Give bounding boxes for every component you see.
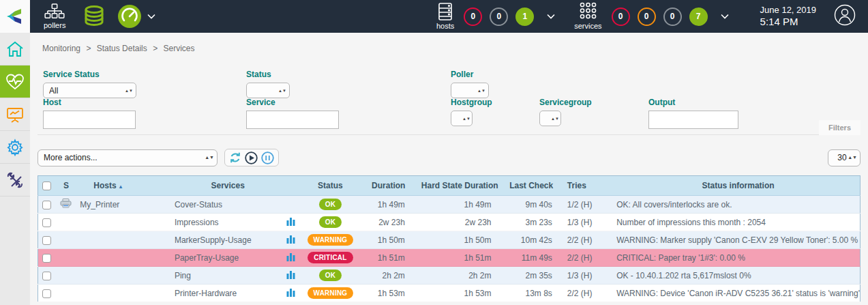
gauge-icon	[117, 4, 142, 29]
hostgroup-filter: Hostgroup ▲▼	[451, 98, 492, 126]
poller-select[interactable]	[451, 83, 489, 98]
service-status-label: Service Status	[43, 70, 136, 79]
tools-icon	[6, 171, 24, 189]
select-all-checkbox[interactable]	[42, 181, 51, 190]
refresh-button[interactable]	[229, 151, 241, 164]
graph-icon[interactable]	[286, 218, 295, 228]
status-information-cell: OK - 10.40.1.202 rta 5,617mslost 0%	[607, 267, 860, 285]
gauge-status[interactable]	[117, 4, 155, 29]
chart-board-icon	[6, 106, 24, 124]
servicegroup-select[interactable]	[539, 111, 561, 126]
last-check-cell: 11m 49s	[503, 249, 560, 267]
filters-tab[interactable]: Filters	[819, 120, 860, 135]
tries-cell: 1/2 (H)	[560, 196, 607, 214]
service-status-select[interactable]: All	[43, 83, 136, 98]
services-pending-badge[interactable]: 0	[663, 8, 682, 26]
current-time: 5:14 PM	[760, 16, 816, 29]
column-header-hosts[interactable]: Hosts▴	[77, 176, 169, 196]
hosts-up-badge[interactable]: 1	[515, 8, 534, 26]
host-name-link[interactable]: My_Printer	[80, 200, 119, 209]
services-warning-badge[interactable]: 0	[638, 8, 656, 26]
breadcrumb-separator: >	[86, 44, 91, 53]
column-header-s[interactable]: S	[55, 176, 78, 196]
breadcrumb-status-details[interactable]: Status Details	[97, 44, 147, 53]
gear-icon	[6, 139, 24, 156]
pollers-menu[interactable]: pollers	[44, 3, 65, 29]
row-checkbox[interactable]	[42, 254, 51, 263]
hard-state-duration-cell: 1h 50m	[417, 231, 503, 249]
row-checkbox[interactable]	[42, 201, 51, 209]
breadcrumb-monitoring[interactable]: Monitoring	[42, 44, 80, 53]
column-header-status-information[interactable]: Status information	[607, 176, 860, 196]
table-row[interactable]: Impressions OK 2w 23h 2w 23h 3m 23s 1/3 …	[38, 214, 860, 231]
hosts-chevron-down-icon[interactable]	[547, 14, 555, 19]
heart-pulse-icon	[5, 73, 25, 91]
graph-icon[interactable]	[286, 272, 295, 281]
breadcrumb-services: Services	[163, 44, 194, 53]
column-header-last-check[interactable]: Last Check	[503, 176, 560, 196]
service-name-link[interactable]: Ping	[175, 271, 191, 280]
service-name-link[interactable]: Cover-Status	[175, 200, 222, 209]
refresh-icon	[229, 151, 241, 164]
pause-button[interactable]	[261, 151, 274, 164]
poller-filter: Poller ▲▼	[451, 70, 489, 98]
user-profile-button[interactable]	[834, 4, 856, 29]
page-size-select[interactable]: 30	[828, 149, 860, 166]
column-header-services[interactable]: Services	[169, 176, 282, 196]
host-filter: Host	[43, 98, 136, 129]
hosts-menu[interactable]: hosts	[436, 3, 454, 30]
services-critical-badge[interactable]: 0	[612, 8, 630, 26]
column-header-duration[interactable]: Duration	[360, 176, 417, 196]
breadcrumb: Monitoring > Status Details > Services	[30, 33, 868, 60]
sidebar-item-monitoring[interactable]	[0, 66, 30, 98]
status-select[interactable]	[246, 83, 290, 98]
graph-icon[interactable]	[286, 254, 295, 263]
services-label: services	[574, 22, 601, 30]
sidebar-item-home[interactable]	[0, 33, 30, 66]
status-information-cell: CRITICAL: Paper tray '1#3': 0.00 %	[607, 249, 860, 267]
centreon-logo[interactable]	[0, 0, 30, 33]
services-table: S Hosts▴ Services Status Duration Hard S…	[38, 175, 860, 302]
services-menu[interactable]: services	[574, 2, 601, 30]
status-badge: OK	[319, 216, 342, 228]
sidebar-item-configuration[interactable]	[0, 131, 30, 164]
table-row[interactable]: PaperTray-Usage CRITICAL 1h 51m 1h 51m 1…	[38, 249, 860, 267]
row-checkbox[interactable]	[42, 236, 51, 245]
hostgroup-select[interactable]	[451, 111, 473, 126]
output-input[interactable]	[648, 111, 738, 129]
column-header-graph	[281, 176, 301, 196]
service-name-link[interactable]: MarkerSupply-Usage	[175, 235, 252, 245]
poller-label: Poller	[451, 70, 489, 79]
row-checkbox[interactable]	[42, 218, 51, 227]
hosts-pending-badge[interactable]: 0	[490, 8, 508, 26]
hosts-down-badge[interactable]: 0	[464, 8, 482, 26]
row-checkbox[interactable]	[42, 272, 51, 280]
graph-icon[interactable]	[286, 289, 295, 299]
service-name-link[interactable]: PaperTray-Usage	[175, 253, 239, 263]
more-actions-select[interactable]: More actions...	[38, 149, 218, 166]
database-status[interactable]	[82, 4, 106, 29]
clock: June 12, 2019 5:14 PM	[760, 5, 816, 29]
column-header-hard-state-duration[interactable]: Hard State Duration	[417, 176, 503, 196]
table-row[interactable]: Ping OK 2h 2m 2h 2m 2m 35s 1/3 (H) OK - …	[38, 267, 860, 285]
sidebar-item-administration[interactable]	[0, 164, 30, 197]
graph-icon[interactable]	[286, 236, 295, 246]
sidebar-item-reporting[interactable]	[0, 98, 30, 131]
table-row[interactable]: Printer-Hardware WARNING 1h 53m 1h 53m 1…	[38, 285, 860, 302]
duration-cell: 1h 50m	[360, 231, 417, 249]
current-date: June 12, 2019	[760, 5, 816, 16]
host-input[interactable]	[43, 111, 136, 129]
play-button[interactable]	[245, 151, 258, 164]
row-checkbox[interactable]	[42, 289, 51, 298]
column-header-tries[interactable]: Tries	[560, 176, 607, 196]
column-header-status[interactable]: Status	[301, 176, 360, 196]
service-name-link[interactable]: Printer-Hardware	[175, 289, 237, 298]
table-row[interactable]: MarkerSupply-Usage WARNING 1h 50m 1h 50m…	[38, 231, 860, 249]
service-name-link[interactable]: Impressions	[175, 218, 219, 227]
table-row[interactable]: My_Printer Cover-Status OK 1h 49m 1h 49m…	[38, 196, 860, 214]
toolbar: More actions... ▲▼	[38, 149, 860, 166]
service-input[interactable]	[246, 111, 339, 129]
services-chevron-down-icon[interactable]	[721, 14, 729, 19]
services-icon	[579, 2, 597, 20]
services-ok-badge[interactable]: 7	[689, 8, 708, 26]
